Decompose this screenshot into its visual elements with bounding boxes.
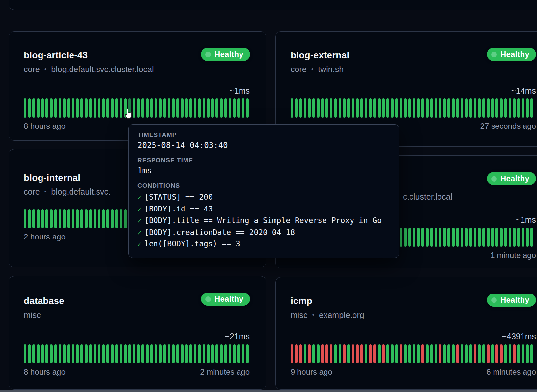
uptime-bar[interactable] [369, 98, 372, 118]
uptime-bar[interactable] [24, 209, 26, 228]
uptime-bar[interactable] [443, 98, 446, 118]
uptime-bar[interactable] [491, 344, 494, 363]
uptime-bar[interactable] [461, 98, 463, 118]
uptime-bar[interactable] [321, 98, 324, 118]
uptime-bar[interactable] [482, 228, 485, 247]
uptime-bar[interactable] [106, 344, 109, 363]
uptime-bar[interactable] [509, 98, 511, 118]
uptime-bar[interactable] [189, 344, 192, 363]
uptime-bar[interactable] [504, 228, 507, 247]
uptime-bar[interactable] [312, 344, 315, 363]
uptime-bar[interactable] [343, 344, 346, 363]
uptime-bar[interactable] [522, 344, 524, 363]
uptime-bar[interactable] [474, 344, 476, 363]
uptime-bar[interactable] [435, 98, 437, 118]
uptime-bar[interactable] [28, 344, 31, 363]
uptime-bar[interactable] [181, 344, 183, 363]
uptime-bar[interactable] [482, 344, 485, 363]
uptime-bar[interactable] [530, 344, 533, 363]
uptime-bar[interactable] [430, 344, 433, 363]
uptime-bar[interactable] [421, 98, 424, 118]
uptime-bar[interactable] [28, 209, 31, 228]
uptime-bar[interactable] [513, 344, 516, 363]
uptime-bars[interactable] [24, 98, 250, 118]
uptime-bar[interactable] [168, 98, 170, 118]
uptime-bar[interactable] [378, 344, 381, 363]
uptime-bar[interactable] [246, 344, 249, 363]
uptime-bar[interactable] [430, 228, 433, 247]
uptime-bar[interactable] [400, 344, 402, 363]
uptime-bar[interactable] [504, 98, 507, 118]
uptime-bar[interactable] [325, 344, 328, 363]
uptime-bar[interactable] [391, 344, 393, 363]
uptime-bar[interactable] [224, 98, 227, 118]
uptime-bar[interactable] [295, 344, 297, 363]
uptime-bar[interactable] [443, 228, 446, 247]
uptime-bar[interactable] [211, 344, 214, 363]
uptime-bar[interactable] [526, 228, 529, 247]
uptime-bar[interactable] [421, 228, 424, 247]
uptime-bar[interactable] [491, 228, 494, 247]
uptime-bar[interactable] [334, 98, 337, 118]
uptime-bar[interactable] [233, 98, 236, 118]
uptime-bar[interactable] [98, 344, 100, 363]
uptime-bar[interactable] [369, 344, 372, 363]
uptime-bar[interactable] [461, 344, 463, 363]
uptime-bar[interactable] [373, 98, 376, 118]
uptime-bars[interactable] [24, 344, 250, 363]
uptime-bar[interactable] [37, 344, 40, 363]
uptime-bar[interactable] [356, 98, 359, 118]
uptime-bar[interactable] [102, 98, 105, 118]
uptime-bar[interactable] [382, 98, 385, 118]
uptime-bar[interactable] [347, 344, 350, 363]
uptime-bar[interactable] [530, 98, 533, 118]
uptime-bar[interactable] [172, 98, 175, 118]
uptime-bars[interactable] [291, 344, 536, 363]
uptime-bar[interactable] [133, 344, 135, 363]
uptime-bar[interactable] [176, 98, 179, 118]
uptime-bar[interactable] [32, 98, 35, 118]
uptime-bar[interactable] [80, 344, 83, 363]
uptime-bar[interactable] [339, 344, 341, 363]
uptime-bar[interactable] [224, 344, 227, 363]
uptime-bar[interactable] [421, 344, 424, 363]
uptime-bar[interactable] [45, 98, 48, 118]
uptime-bar[interactable] [304, 98, 306, 118]
uptime-bar[interactable] [207, 98, 210, 118]
uptime-bar[interactable] [495, 98, 498, 118]
uptime-bar[interactable] [435, 228, 437, 247]
uptime-bar[interactable] [456, 344, 459, 363]
uptime-bar[interactable] [443, 344, 446, 363]
uptime-bar[interactable] [159, 98, 161, 118]
uptime-bar[interactable] [408, 228, 411, 247]
uptime-bar[interactable] [59, 98, 61, 118]
uptime-bar[interactable] [98, 209, 100, 228]
uptime-bar[interactable] [478, 98, 481, 118]
uptime-bar[interactable] [304, 344, 306, 363]
uptime-bar[interactable] [194, 98, 196, 118]
uptime-bar[interactable] [487, 98, 490, 118]
uptime-bar[interactable] [41, 98, 44, 118]
uptime-bar[interactable] [141, 344, 144, 363]
uptime-bar[interactable] [41, 209, 44, 228]
uptime-bar[interactable] [67, 98, 70, 118]
uptime-bar[interactable] [155, 344, 157, 363]
uptime-bar[interactable] [317, 344, 319, 363]
uptime-bar[interactable] [37, 98, 40, 118]
uptime-bar[interactable] [365, 98, 367, 118]
uptime-bar[interactable] [378, 98, 381, 118]
uptime-bar[interactable] [417, 98, 420, 118]
uptime-bar[interactable] [242, 98, 244, 118]
uptime-bar[interactable] [72, 209, 74, 228]
uptime-bar[interactable] [28, 98, 31, 118]
uptime-bar[interactable] [391, 98, 393, 118]
uptime-bar[interactable] [237, 98, 240, 118]
uptime-bar[interactable] [80, 98, 83, 118]
uptime-bar[interactable] [203, 98, 205, 118]
uptime-bar[interactable] [41, 344, 44, 363]
uptime-bar[interactable] [325, 98, 328, 118]
uptime-bar[interactable] [522, 98, 524, 118]
uptime-bar[interactable] [189, 98, 192, 118]
uptime-bar[interactable] [500, 98, 502, 118]
uptime-bars[interactable] [291, 98, 536, 118]
